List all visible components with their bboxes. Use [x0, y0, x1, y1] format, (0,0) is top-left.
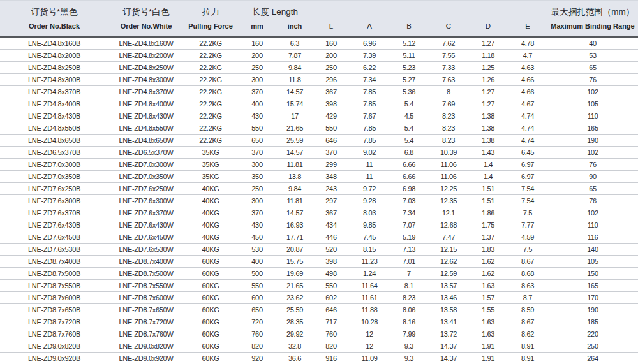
table-cell: LNE-ZD7.6x300B [0, 195, 108, 207]
table-cell: 65 [547, 183, 638, 194]
table-cell: 14.57 [277, 207, 313, 219]
table-cell: 8.7 [508, 292, 547, 303]
table-cell: 40KG [184, 244, 237, 255]
table-cell: 370 [237, 86, 277, 98]
table-cell: 1.63 [468, 316, 508, 328]
table-cell: 8.23 [429, 122, 468, 134]
table-cell: 25.59 [277, 135, 313, 146]
table-cell: 5.23 [389, 62, 429, 73]
table-cell: 105 [547, 256, 638, 267]
table-cell: LNE-ZD8.7x500W [108, 268, 184, 279]
table-cell: LNE-ZD6.5x370B [0, 147, 108, 158]
table-cell: LNE-ZD8.7x600W [108, 292, 184, 303]
table-cell: 6.98 [389, 183, 429, 194]
table-cell: 8.67 [508, 256, 547, 267]
table-cell: 11.06 [429, 159, 468, 170]
table-cell: 717 [313, 316, 350, 328]
table-cell: 6.22 [350, 62, 389, 73]
table-cell: 760 [313, 328, 350, 340]
table-cell: 1.38 [468, 135, 508, 146]
table-cell: 8.15 [350, 244, 389, 255]
table-cell: 250 [313, 62, 350, 73]
table-cell: 76 [547, 195, 638, 207]
table-row: LNE-ZD4.8x300BLNE-ZD4.8x300W22.2KG30011.… [0, 74, 638, 86]
table-row: LNE-ZD8.7x720BLNE-ZD8.7x720W60KG72028.35… [0, 316, 638, 328]
table-cell: 160 [313, 38, 350, 49]
table-cell: 4.5 [389, 110, 429, 122]
table-cell: 13.8 [277, 171, 313, 182]
table-cell: 400 [237, 256, 277, 267]
table-cell: 11.06 [429, 171, 468, 182]
table-cell: LNE-ZD4.8x400W [108, 98, 184, 110]
table-cell: 36.6 [277, 353, 313, 364]
header-order-white-en: Order No.White [108, 19, 184, 36]
table-cell: 7.34 [389, 207, 429, 219]
table-cell: 8.68 [508, 268, 547, 279]
table-cell: 12.35 [429, 195, 468, 207]
table-cell: 5.4 [389, 122, 429, 134]
table-cell: 7.87 [277, 50, 313, 61]
table-cell: 646 [313, 135, 350, 146]
table-cell: 17 [277, 110, 313, 122]
table-cell: 6.3 [277, 38, 313, 49]
table-cell: 22.2KG [184, 50, 237, 61]
table-cell: 7.55 [429, 50, 468, 61]
table-cell: 102 [547, 86, 638, 98]
table-cell: 29.92 [277, 328, 313, 340]
table-row: LNE-ZD8.7x550BLNE-ZD8.7x550W60KG55021.65… [0, 280, 638, 292]
table-cell: 8.63 [508, 280, 547, 291]
table-row: LNE-ZD8.7x600BLNE-ZD8.7x600W60KG60023.62… [0, 292, 638, 304]
table-cell: 350 [237, 171, 277, 182]
header-pulling-force-zh: 拉力 [184, 1, 237, 19]
table-cell: 40KG [184, 231, 237, 243]
table-cell: LNE-ZD6.5x370W [108, 147, 184, 158]
header-dim-L: L [313, 19, 350, 36]
table-cell: 22.2KG [184, 74, 237, 85]
table-cell: 498 [313, 268, 350, 279]
table-row: LNE-ZD8.7x500BLNE-ZD8.7x500W60KG50019.69… [0, 268, 638, 280]
header-length-group: 长度 Length [237, 1, 313, 19]
table-cell: 7.01 [389, 256, 429, 267]
table-cell: LNE-ZD7.0x300W [108, 159, 184, 170]
table-cell: 4.59 [508, 231, 547, 243]
table-cell: 35KG [184, 171, 237, 182]
table-cell: 6.97 [508, 159, 547, 170]
table-cell: 367 [313, 207, 350, 219]
table-cell: LNE-ZD4.8x160B [0, 38, 108, 49]
table-cell: 1.75 [468, 219, 508, 231]
table-cell: 1.4 [468, 159, 508, 170]
table-cell: 348 [313, 171, 350, 182]
table-cell: LNE-ZD4.8x400B [0, 98, 108, 110]
table-cell: 13.57 [429, 280, 468, 291]
table-cell: LNE-ZD8.7x760B [0, 328, 108, 340]
table-row: LNE-ZD7.0x350BLNE-ZD7.0x350W35KG35013.83… [0, 171, 638, 183]
table-cell: 6.96 [350, 38, 389, 49]
table-cell: LNE-ZD8.7x650W [108, 304, 184, 316]
table-cell: LNE-ZD9.0x820W [108, 340, 184, 352]
table-cell: 25.59 [277, 304, 313, 316]
table-cell: 185 [547, 316, 638, 328]
table-cell: 1.63 [468, 328, 508, 340]
table-cell: LNE-ZD4.8x200B [0, 50, 108, 61]
table-row: LNE-ZD4.8x650BLNE-ZD4.8x650W22.2KG65025.… [0, 135, 638, 147]
table-cell: 602 [313, 292, 350, 303]
table-cell: 32.8 [277, 340, 313, 352]
table-cell: 7.54 [508, 183, 547, 194]
table-cell: 17.71 [277, 231, 313, 243]
table-cell: 5.36 [389, 86, 429, 98]
table-cell: 916 [313, 353, 350, 364]
table-cell: 1.91 [468, 353, 508, 364]
table-cell: 9.28 [350, 195, 389, 207]
table-cell: 8.1 [389, 280, 429, 291]
table-row: LNE-ZD7.6x530BLNE-ZD7.6x530W40KG53020.87… [0, 244, 638, 256]
table-cell: LNE-ZD9.0x920B [0, 353, 108, 364]
table-cell: 398 [313, 98, 350, 110]
table-cell: 8.16 [389, 316, 429, 328]
table-cell: 12.68 [429, 219, 468, 231]
table-cell: 11.88 [350, 304, 389, 316]
header-order-black-zh: 订货号*黑色 [0, 1, 108, 19]
table-row: LNE-ZD7.6x370BLNE-ZD7.6x370W40KG37014.57… [0, 207, 638, 219]
table-row: LNE-ZD8.7x760BLNE-ZD8.7x760W60KG76029.92… [0, 328, 638, 340]
table-cell: 14.37 [429, 353, 468, 364]
table-cell: 7.39 [350, 50, 389, 61]
